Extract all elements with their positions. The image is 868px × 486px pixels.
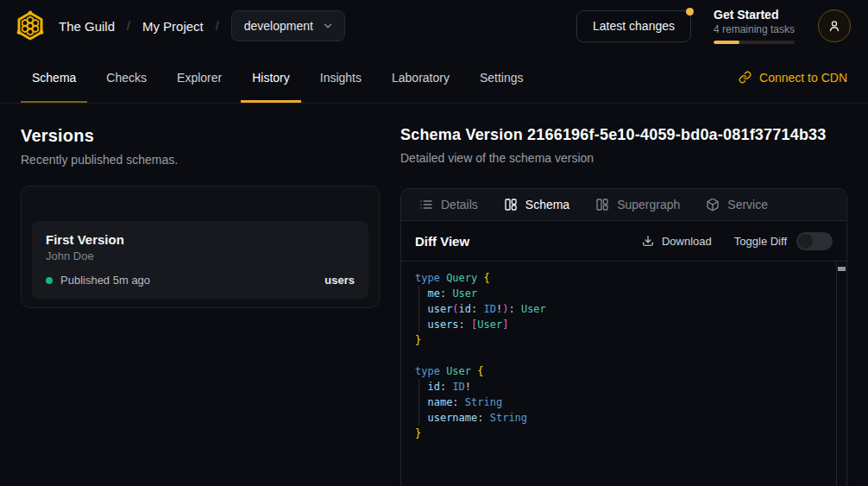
- detail-tab-label: Schema: [525, 198, 569, 211]
- version-status: Published 5m ago: [60, 274, 150, 287]
- version-name: First Version: [46, 232, 355, 247]
- get-started-title: Get Started: [714, 8, 796, 22]
- version-author: John Doe: [46, 249, 355, 262]
- hive-logo-icon: [15, 10, 46, 41]
- diff-view-title: Diff View: [415, 234, 469, 249]
- diff-view-header: Diff View Download Toggle Diff: [401, 221, 846, 262]
- top-header: The Guild / My Project / development Lat…: [0, 0, 868, 52]
- published-status-dot: [46, 277, 53, 284]
- versions-card: First Version John Doe Published 5m ago …: [21, 186, 380, 308]
- download-label: Download: [662, 235, 712, 248]
- content: Versions Recently published schemas. Fir…: [0, 104, 868, 486]
- version-detail-title: Schema Version 2166196f-5e10-4059-bd0a-0…: [400, 126, 847, 144]
- columns-icon: [504, 198, 518, 211]
- get-started-progress-bar: [714, 41, 795, 44]
- connect-to-cdn-label: Connect to CDN: [759, 71, 847, 85]
- detail-tab-label: Details: [441, 198, 478, 211]
- breadcrumb-separator: /: [127, 19, 130, 33]
- indent-guide: [418, 286, 419, 332]
- versions-title: Versions: [21, 126, 380, 146]
- download-button[interactable]: Download: [642, 235, 712, 248]
- hive-logo[interactable]: [14, 9, 47, 42]
- tab-checks[interactable]: Checks: [95, 52, 158, 103]
- target-selector-value: development: [244, 19, 313, 33]
- latest-changes-button[interactable]: Latest changes: [576, 10, 691, 42]
- toggle-diff-control: Toggle Diff: [734, 232, 833, 250]
- versions-section: Versions Recently published schemas. Fir…: [21, 126, 380, 486]
- detail-tab-schema[interactable]: Schema: [491, 189, 582, 220]
- tab-explorer[interactable]: Explorer: [166, 52, 233, 103]
- tab-schema[interactable]: Schema: [21, 52, 87, 103]
- detail-tab-supergraph[interactable]: Supergraph: [582, 189, 693, 220]
- version-detail-section: Schema Version 2166196f-5e10-4059-bd0a-0…: [400, 126, 847, 486]
- list-icon: [419, 198, 433, 211]
- versions-subtitle: Recently published schemas.: [21, 153, 380, 167]
- download-icon: [642, 235, 654, 247]
- code-scrollbar[interactable]: [836, 262, 846, 486]
- person-icon: [827, 18, 842, 34]
- tab-history[interactable]: History: [241, 52, 301, 103]
- version-service-badge: users: [324, 274, 355, 287]
- latest-changes-label: Latest changes: [593, 19, 675, 33]
- get-started-progress-fill: [714, 41, 739, 44]
- tab-laboratory[interactable]: Laboratory: [381, 52, 461, 103]
- detail-tabs: Details Schema Sup: [401, 189, 846, 221]
- version-detail-subtitle: Detailed view of the schema version: [400, 151, 847, 165]
- code-scrollbar-thumb[interactable]: [838, 267, 846, 271]
- connect-to-cdn-button[interactable]: Connect to CDN: [739, 52, 847, 103]
- indent-guide: [418, 379, 419, 426]
- toggle-diff-label: Toggle Diff: [734, 235, 787, 248]
- tab-settings[interactable]: Settings: [469, 52, 535, 103]
- tab-insights[interactable]: Insights: [309, 52, 373, 103]
- notification-dot: [686, 8, 694, 16]
- schema-code-viewer: type Query { me: User user(id: ID!): Use…: [401, 262, 846, 486]
- target-selector[interactable]: development: [231, 10, 345, 41]
- detail-tab-service[interactable]: Service: [693, 189, 781, 220]
- schema-code: type Query { me: User user(id: ID!): Use…: [415, 270, 822, 441]
- columns-icon: [595, 198, 609, 211]
- version-list-item[interactable]: First Version John Doe Published 5m ago …: [32, 221, 368, 299]
- cube-icon: [706, 198, 720, 211]
- link-icon: [739, 71, 752, 84]
- get-started-subtitle: 4 remaining tasks: [714, 23, 796, 35]
- toggle-diff-switch[interactable]: [796, 232, 833, 250]
- detail-tab-label: Service: [727, 198, 768, 211]
- detail-tab-details[interactable]: Details: [406, 189, 491, 220]
- chevron-down-icon: [322, 20, 334, 32]
- breadcrumb-separator: /: [216, 19, 219, 33]
- breadcrumb-project[interactable]: My Project: [142, 19, 204, 34]
- detail-tab-label: Supergraph: [617, 198, 680, 211]
- user-avatar[interactable]: [818, 9, 851, 42]
- main-nav: Schema Checks Explorer History Insights …: [0, 52, 868, 104]
- version-detail-panel: Details Schema Sup: [400, 188, 847, 486]
- toggle-knob: [798, 234, 813, 249]
- breadcrumb-org[interactable]: The Guild: [59, 19, 115, 34]
- version-meta: Published 5m ago users: [46, 274, 355, 287]
- get-started-widget[interactable]: Get Started 4 remaining tasks: [714, 8, 796, 44]
- breadcrumb: The Guild / My Project / development: [59, 10, 345, 41]
